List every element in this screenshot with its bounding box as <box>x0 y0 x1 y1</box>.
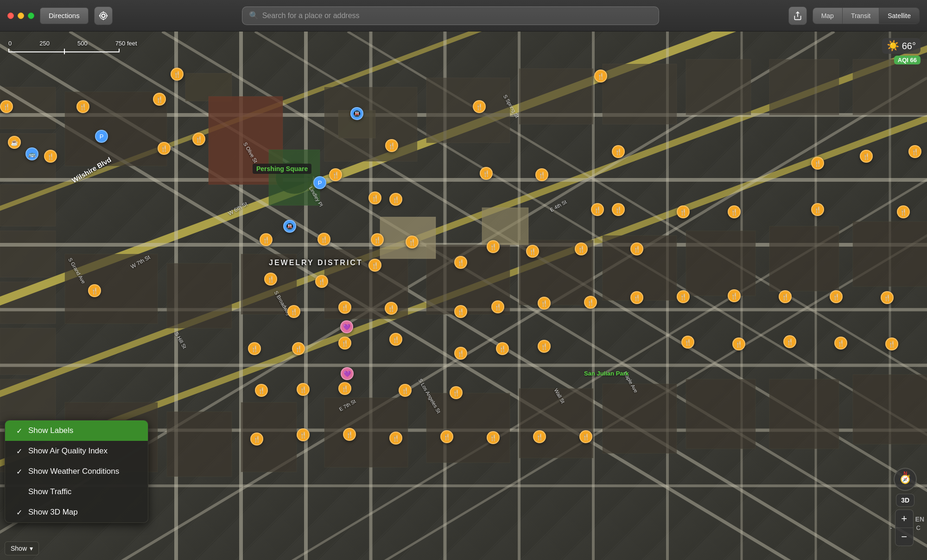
transit-marker[interactable]: 🚌 <box>25 147 38 160</box>
poi-marker[interactable]: 🍴 <box>454 256 467 269</box>
poi-marker[interactable]: 🍴 <box>487 431 500 444</box>
poi-marker[interactable]: 🍴 <box>496 342 509 355</box>
show-air-quality-menu-item[interactable]: ✓ Show Air Quality Index <box>5 441 148 461</box>
poi-marker[interactable]: 🍴 <box>538 297 551 310</box>
poi-marker[interactable]: 🍴 <box>575 242 588 255</box>
poi-marker[interactable]: 🍴 <box>908 145 921 158</box>
poi-marker[interactable]: 🍴 <box>526 245 539 258</box>
poi-marker[interactable]: 🍴 <box>406 235 419 248</box>
show-weather-menu-item[interactable]: ✓ Show Weather Conditions <box>5 461 148 482</box>
zoom-out-button[interactable]: − <box>895 528 913 546</box>
show-3d-map-menu-item[interactable]: ✓ Show 3D Map <box>5 502 148 522</box>
poi-marker[interactable]: 🍴 <box>158 142 171 155</box>
poi-marker[interactable]: 🍴 <box>287 305 300 318</box>
poi-marker[interactable]: 🍴 <box>171 68 184 81</box>
poi-marker[interactable]: 🍴 <box>44 150 57 163</box>
poi-marker[interactable]: 🍴 <box>315 275 328 288</box>
poi-marker[interactable]: 🍴 <box>264 273 277 286</box>
poi-marker[interactable]: 🍴 <box>329 168 342 181</box>
poi-marker[interactable]: 🍴 <box>834 337 847 350</box>
poi-marker[interactable]: 🍴 <box>779 290 792 303</box>
compass[interactable]: N 🧭 <box>894 468 917 491</box>
poi-marker[interactable]: 🍴 <box>368 191 381 204</box>
poi-marker[interactable]: 🍴 <box>473 100 486 113</box>
poi-marker[interactable]: 🍴 <box>454 347 467 360</box>
poi-marker[interactable]: 🍴 <box>0 100 13 113</box>
poi-marker[interactable]: 🍴 <box>317 233 330 246</box>
map-view-button[interactable]: Map <box>813 8 843 24</box>
show-labels-menu-item[interactable]: ✓ Show Labels <box>5 420 148 441</box>
poi-marker[interactable]: 🍴 <box>250 433 263 445</box>
show-dropdown[interactable]: Show ▾ <box>5 541 39 555</box>
poi-marker[interactable]: 🍴 <box>897 205 910 218</box>
poi-marker[interactable]: 🍴 <box>385 139 398 152</box>
poi-marker[interactable]: 🍴 <box>591 203 604 216</box>
poi-marker[interactable]: 🍴 <box>192 133 205 146</box>
close-button[interactable] <box>7 13 14 19</box>
poi-marker[interactable]: 🍴 <box>783 335 796 348</box>
poi-marker-special[interactable]: 💜 <box>341 367 354 380</box>
poi-marker[interactable]: 🍴 <box>338 382 351 395</box>
poi-marker[interactable]: 🍴 <box>480 167 493 180</box>
poi-marker[interactable]: 🍴 <box>76 100 89 113</box>
poi-marker[interactable]: 🍴 <box>440 430 453 443</box>
poi-marker[interactable]: 🍴 <box>487 240 500 253</box>
poi-marker[interactable]: 🍴 <box>860 150 873 163</box>
poi-marker[interactable]: 🍴 <box>297 428 310 441</box>
poi-marker[interactable]: 🍴 <box>389 432 402 445</box>
poi-marker[interactable]: 🍴 <box>260 233 273 246</box>
poi-marker-special[interactable]: 💜 <box>340 320 353 333</box>
poi-marker[interactable]: 🍴 <box>584 296 597 309</box>
poi-marker[interactable]: 🍴 <box>811 203 824 216</box>
transit-marker[interactable]: P <box>95 130 108 143</box>
poi-marker[interactable]: 🍴 <box>248 342 261 355</box>
poi-marker[interactable]: 🍴 <box>677 290 690 303</box>
show-traffic-menu-item[interactable]: Show Traffic <box>5 482 148 502</box>
poi-marker[interactable]: 🍴 <box>389 193 402 206</box>
poi-marker[interactable]: 🍴 <box>728 205 741 218</box>
transit-marker[interactable]: 🚇 <box>350 107 363 120</box>
poi-marker[interactable]: 🍴 <box>297 383 310 396</box>
poi-marker[interactable]: 🍴 <box>612 203 625 216</box>
poi-marker[interactable]: 🍴 <box>385 302 398 315</box>
location-button[interactable] <box>94 6 113 25</box>
maximize-button[interactable] <box>28 13 34 19</box>
poi-marker[interactable]: 🍴 <box>830 290 843 303</box>
poi-marker[interactable]: 🍴 <box>728 289 741 302</box>
poi-marker[interactable]: 🍴 <box>343 428 356 441</box>
transit-marker[interactable]: P <box>313 176 326 189</box>
share-button[interactable] <box>788 6 807 25</box>
poi-marker[interactable]: 🍴 <box>535 168 548 181</box>
satellite-view-button[interactable]: Satellite <box>879 8 919 24</box>
poi-marker[interactable]: 🍴 <box>371 233 384 246</box>
minimize-button[interactable] <box>18 13 24 19</box>
transit-marker[interactable]: 🚇 <box>283 220 296 233</box>
poi-marker[interactable]: 🍴 <box>681 336 694 349</box>
poi-marker[interactable]: 🍴 <box>255 384 268 397</box>
poi-marker[interactable]: 🍴 <box>885 337 898 350</box>
poi-marker[interactable]: 🍴 <box>594 70 607 83</box>
poi-marker[interactable]: 🍴 <box>338 301 351 314</box>
poi-marker[interactable]: 🍴 <box>491 300 504 313</box>
search-bar[interactable]: 🔍 Search for a place or address <box>242 6 659 25</box>
poi-marker[interactable]: 🍴 <box>533 430 546 443</box>
poi-marker[interactable]: 🍴 <box>612 145 625 158</box>
poi-marker[interactable]: 🍴 <box>292 342 305 355</box>
poi-marker[interactable]: 🍴 <box>338 337 351 350</box>
poi-marker[interactable]: 🍴 <box>677 205 690 218</box>
poi-marker[interactable]: 🍴 <box>454 305 467 318</box>
directions-button[interactable]: Directions <box>40 7 89 24</box>
poi-marker[interactable]: 🍴 <box>88 284 101 297</box>
poi-marker[interactable]: 🍴 <box>732 337 745 350</box>
3d-view-button[interactable]: 3D <box>896 494 914 507</box>
poi-marker[interactable]: 🍴 <box>579 430 592 443</box>
poi-marker[interactable]: 🍴 <box>811 157 824 170</box>
poi-marker[interactable]: 🍴 <box>153 93 166 106</box>
poi-marker[interactable]: 🍴 <box>630 291 643 304</box>
map-container[interactable]: 0 250 500 750 feet Wilshire Blvd W 6th S… <box>0 32 927 560</box>
poi-marker[interactable]: 🍴 <box>538 340 551 353</box>
poi-marker[interactable]: 🍴 <box>389 333 402 346</box>
poi-marker[interactable]: ☕ <box>8 136 21 149</box>
poi-marker[interactable]: 🍴 <box>450 386 463 399</box>
poi-marker[interactable]: 🍴 <box>881 291 894 304</box>
